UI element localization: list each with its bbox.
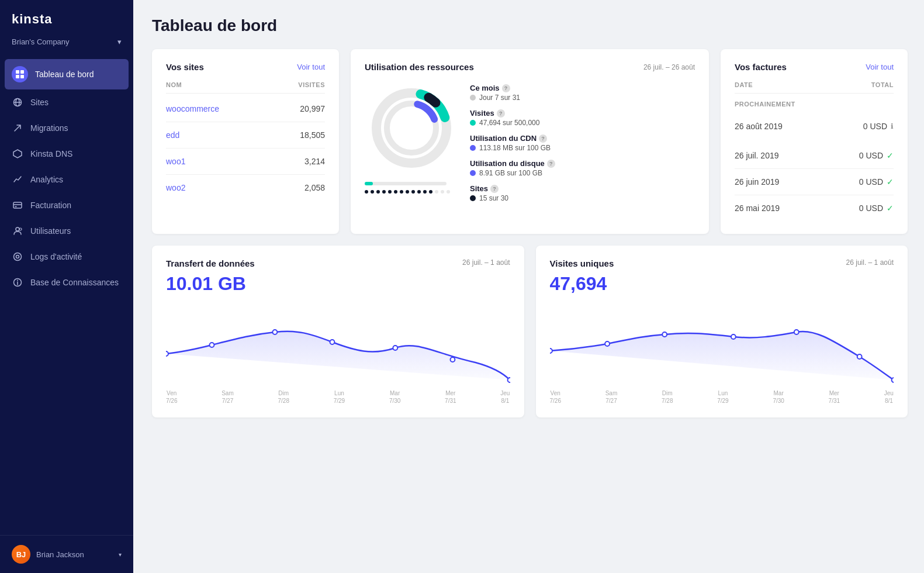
prochainement-label: PROCHAINEMENT — [735, 101, 894, 108]
sidebar-item-label: Logs d'activité — [30, 252, 82, 261]
x-label: Mer7/31 — [445, 389, 456, 405]
col-visites: VISITES — [298, 81, 325, 88]
svg-point-35 — [857, 354, 861, 359]
svg-point-28 — [450, 357, 455, 362]
svg-point-11 — [16, 227, 19, 231]
site-visits: 3,214 — [304, 157, 325, 166]
progress-section — [365, 182, 458, 194]
x-label: Mar7/30 — [773, 389, 784, 405]
card-header: Vos sites Voir tout — [166, 62, 325, 72]
legend-visites: Visites ? 47,694 sur 500,000 — [470, 109, 695, 127]
x-label: Jeu8/1 — [500, 389, 510, 405]
user-footer[interactable]: BJ Brian Jackson ▾ — [0, 535, 133, 573]
site-visits: 20,997 — [300, 104, 325, 113]
x-label: Mer7/31 — [829, 389, 840, 405]
svg-point-34 — [794, 330, 798, 334]
sidebar-item-kinsta-dns[interactable]: Kinsta DNS — [0, 141, 133, 167]
dashboard-icon — [12, 66, 28, 82]
sidebar-item-base-connaissances[interactable]: Base de Connaissances — [0, 270, 133, 295]
x-label: Lun7/29 — [717, 389, 728, 405]
transfert-card: Transfert de données 26 juil. – 1 août 1… — [152, 246, 524, 417]
x-label: Mar7/30 — [389, 389, 400, 405]
col-date: DATE — [735, 81, 871, 88]
sidebar-item-label: Sites — [30, 98, 49, 107]
sites-dots — [365, 190, 458, 194]
sidebar-item-utilisateurs[interactable]: Utilisateurs — [0, 218, 133, 244]
svg-point-30 — [550, 348, 552, 353]
info-icon[interactable]: ? — [490, 185, 499, 193]
x-label: Lun7/29 — [334, 389, 345, 405]
site-link[interactable]: woo1 — [166, 157, 304, 166]
legend-dot-visites — [470, 120, 476, 126]
svg-point-27 — [393, 346, 397, 350]
migrations-icon — [12, 122, 23, 134]
site-link[interactable]: edd — [166, 130, 300, 140]
visites-uniques-card: Visites uniques 26 juil. – 1 août 47,694 — [536, 246, 908, 417]
ressources-card: Utilisation des ressources 26 juil. – 26… — [351, 49, 709, 234]
sidebar-item-logs-activite[interactable]: Logs d'activité — [0, 244, 133, 270]
dns-icon — [12, 148, 23, 160]
sidebar-item-facturation[interactable]: Facturation — [0, 192, 133, 218]
table-row: woocommerce 20,997 — [166, 96, 325, 122]
svg-point-31 — [605, 341, 610, 346]
info-icon[interactable]: ? — [539, 134, 547, 143]
sidebar-item-label: Base de Connaissances — [30, 278, 119, 287]
site-link[interactable]: woocommerce — [166, 104, 300, 113]
sidebar-item-label: Kinsta DNS — [30, 149, 72, 158]
donut-chart-container — [365, 81, 458, 194]
legend-sites: Sites ? 15 sur 30 — [470, 184, 695, 202]
svg-point-36 — [891, 378, 894, 382]
chart-header: Transfert de données 26 juil. – 1 août — [166, 258, 510, 268]
x-label: Dim7/28 — [662, 389, 673, 405]
x-label: Jeu8/1 — [884, 389, 894, 405]
site-link[interactable]: woo2 — [166, 183, 304, 192]
sidebar: kinsta Brian's Company ▾ Tableau de bord — [0, 0, 133, 573]
company-selector[interactable]: Brian's Company ▾ — [0, 33, 133, 57]
svg-point-29 — [508, 378, 510, 382]
legend-dot-sites — [470, 195, 476, 201]
sidebar-item-analytics[interactable]: Analytics — [0, 167, 133, 192]
sidebar-item-sites[interactable]: Sites — [0, 89, 133, 115]
col-nom: NOM — [166, 81, 298, 88]
voir-tout-link[interactable]: Voir tout — [297, 63, 325, 71]
sidebar-item-tableau-de-bord[interactable]: Tableau de bord — [5, 59, 129, 89]
x-label: Ven7/26 — [166, 389, 177, 405]
date-range: 26 juil. – 1 août — [846, 258, 894, 267]
sidebar-item-label: Facturation — [30, 201, 71, 210]
analytics-icon — [12, 174, 23, 185]
card-title: Vos sites — [166, 62, 204, 72]
card-header: Utilisation des ressources 26 juil. – 26… — [365, 62, 695, 72]
info-icon[interactable]: ? — [547, 160, 555, 168]
sidebar-item-label: Utilisateurs — [30, 226, 71, 236]
date-range: 26 juil. – 26 août — [643, 63, 695, 71]
check-icon: ✓ — [887, 203, 894, 213]
chart-value: 10.01 GB — [166, 273, 510, 295]
legend-dot-cdn — [470, 145, 476, 151]
logo: kinsta — [0, 0, 133, 33]
invoice-row: 26 juil. 2019 0 USD ✓ — [735, 143, 894, 169]
chart-value: 47,694 — [550, 273, 894, 295]
x-label: Sam7/27 — [222, 389, 234, 405]
voir-tout-link[interactable]: Voir tout — [866, 63, 894, 71]
x-label: Ven7/26 — [550, 389, 561, 405]
top-row: Vos sites Voir tout NOM VISITES woocomme… — [152, 49, 908, 234]
info-icon[interactable]: ? — [497, 109, 505, 118]
sidebar-item-migrations[interactable]: Migrations — [0, 115, 133, 141]
table-row: woo1 3,214 — [166, 149, 325, 175]
sidebar-item-label: Tableau de bord — [35, 70, 94, 79]
invoice-header: DATE TOTAL — [735, 81, 894, 94]
invoice-row: 26 juin 2019 0 USD ✓ — [735, 169, 894, 195]
avatar: BJ — [12, 545, 30, 564]
svg-point-12 — [19, 228, 22, 230]
date-range: 26 juil. – 1 août — [462, 258, 510, 267]
chart-header: Visites uniques 26 juil. – 1 août — [550, 258, 894, 268]
svg-point-32 — [662, 332, 667, 337]
info-icon[interactable]: ? — [502, 84, 510, 92]
chart-title: Transfert de données — [166, 258, 255, 268]
table-row: edd 18,505 — [166, 122, 325, 149]
chevron-down-icon: ▾ — [119, 551, 122, 558]
chart-title: Visites uniques — [550, 258, 614, 268]
invoice-row: 26 mai 2019 0 USD ✓ — [735, 195, 894, 221]
svg-point-24 — [210, 343, 214, 347]
resources-legend: Ce mois ? Jour 7 sur 31 Visites ? — [470, 81, 695, 209]
